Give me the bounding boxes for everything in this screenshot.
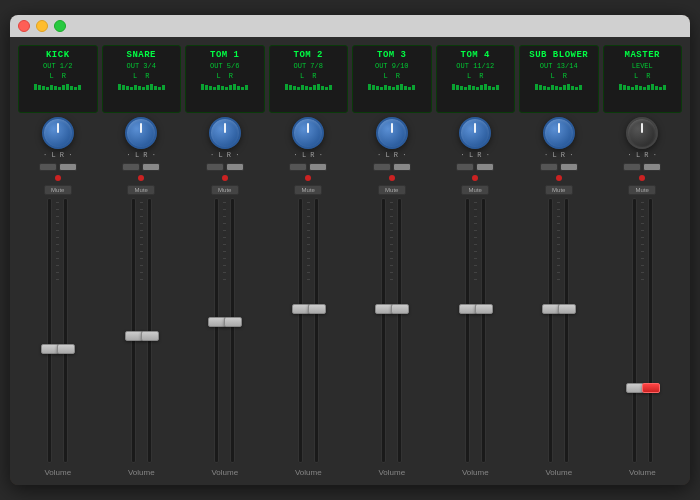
tom3-lr: LR (384, 72, 400, 80)
tom4-fader-left[interactable] (465, 198, 470, 463)
snare-knob-section: · L R · (125, 117, 157, 159)
sub-volume-label: Volume (545, 468, 572, 477)
tom3-pan-knob[interactable] (376, 117, 408, 149)
master-out: LEVEL (632, 62, 653, 70)
sub-led (556, 175, 562, 181)
tom1-pan-label: · L R · (210, 151, 239, 159)
snare-led (138, 175, 144, 181)
kick-knob-section: · L R · (42, 117, 74, 159)
sub-dual-fader (519, 198, 599, 463)
sub-fader-right[interactable] (564, 198, 569, 463)
master-fader-section: MuteVolume (603, 163, 683, 477)
master-pan-btn-l[interactable] (623, 163, 641, 171)
sub-pan-btn-l[interactable] (540, 163, 558, 171)
snare-fader-left[interactable] (131, 198, 136, 463)
snare-mute-button[interactable]: Mute (127, 185, 155, 195)
tom4-pan-row (456, 163, 494, 171)
tom2-pan-btn-r[interactable] (309, 163, 327, 171)
tom2-mute-button[interactable]: Mute (294, 185, 322, 195)
tom2-out: OUT 7/8 (294, 62, 323, 70)
sub-pan-row (540, 163, 578, 171)
tom4-pan-label: · L R · (461, 151, 490, 159)
tom2-pan-knob[interactable] (292, 117, 324, 149)
snare-pan-btn-r[interactable] (142, 163, 160, 171)
tom4-dual-fader (436, 198, 516, 463)
snare-pan-btn-l[interactable] (122, 163, 140, 171)
close-button[interactable] (18, 20, 30, 32)
sub-fader-section: MuteVolume (519, 163, 599, 477)
tom1-fader-left[interactable] (214, 198, 219, 463)
tom3-pan-btn-l[interactable] (373, 163, 391, 171)
snare-pan-knob[interactable] (125, 117, 157, 149)
kick-pan-btn-r[interactable] (59, 163, 77, 171)
tom4-fader-right-handle[interactable] (475, 304, 493, 314)
kick-fader-right[interactable] (63, 198, 68, 463)
tom3-fader-right-handle[interactable] (391, 304, 409, 314)
sub-pan-label: · L R · (544, 151, 573, 159)
tom4-mute-button[interactable]: Mute (461, 185, 489, 195)
snare-fader-right[interactable] (147, 198, 152, 463)
kick-volume-label: Volume (44, 468, 71, 477)
tom1-meter (201, 82, 248, 90)
sub-fader-left[interactable] (548, 198, 553, 463)
tom1-pan-btn-l[interactable] (206, 163, 224, 171)
channel-snare: SNAREOUT 3/4LR· L R ·MuteVolume (102, 45, 182, 477)
master-fader-right-handle[interactable] (642, 383, 660, 393)
master-fader-right[interactable] (648, 198, 653, 463)
tom2-knob-section: · L R · (292, 117, 324, 159)
titlebar (10, 15, 690, 37)
tom1-fader-right[interactable] (230, 198, 235, 463)
master-volume-label: Volume (629, 468, 656, 477)
tom4-pan-btn-l[interactable] (456, 163, 474, 171)
master-lr: LR (634, 72, 650, 80)
maximize-button[interactable] (54, 20, 66, 32)
snare-volume-label: Volume (128, 468, 155, 477)
sub-fader-right-handle[interactable] (558, 304, 576, 314)
kick-fader-right-handle[interactable] (57, 344, 75, 354)
snare-out: OUT 3/4 (127, 62, 156, 70)
snare-fader-right-handle[interactable] (141, 331, 159, 341)
tom3-fader-right[interactable] (397, 198, 402, 463)
snare-meter (118, 82, 165, 90)
tom1-led (222, 175, 228, 181)
channel-tom3: TOM 3OUT 9/10LR· L R ·MuteVolume (352, 45, 432, 477)
master-mute-button[interactable]: Mute (628, 185, 656, 195)
kick-fader-left[interactable] (47, 198, 52, 463)
tom3-display: TOM 3OUT 9/10LR (352, 45, 432, 113)
channel-master: MASTERLEVELLR· L R ·MuteVolume (603, 45, 683, 477)
tom1-fader-right-handle[interactable] (224, 317, 242, 327)
master-pan-knob[interactable] (626, 117, 658, 149)
sub-pan-btn-r[interactable] (560, 163, 578, 171)
tom1-pan-btn-r[interactable] (226, 163, 244, 171)
tom3-volume-label: Volume (378, 468, 405, 477)
tom3-fader-left[interactable] (381, 198, 386, 463)
tom3-led (389, 175, 395, 181)
sub-knob-section: · L R · (543, 117, 575, 159)
tom2-pan-btn-l[interactable] (289, 163, 307, 171)
tom4-fader-right[interactable] (481, 198, 486, 463)
tom1-knob-section: · L R · (209, 117, 241, 159)
kick-mute-button[interactable]: Mute (44, 185, 72, 195)
tom2-fader-left[interactable] (298, 198, 303, 463)
kick-pan-btn-l[interactable] (39, 163, 57, 171)
tom4-name: TOM 4 (460, 50, 490, 61)
tom3-mute-button[interactable]: Mute (378, 185, 406, 195)
tom2-ticks (307, 198, 310, 463)
tom1-mute-button[interactable]: Mute (211, 185, 239, 195)
tom2-fader-right[interactable] (314, 198, 319, 463)
kick-pan-knob[interactable] (42, 117, 74, 149)
tom4-volume-label: Volume (462, 468, 489, 477)
tom4-pan-knob[interactable] (459, 117, 491, 149)
master-fader-left[interactable] (632, 198, 637, 463)
tom2-meter (285, 82, 332, 90)
tom4-pan-btn-r[interactable] (476, 163, 494, 171)
sub-mute-button[interactable]: Mute (545, 185, 573, 195)
kick-dual-fader (18, 198, 98, 463)
tom1-pan-knob[interactable] (209, 117, 241, 149)
master-pan-btn-r[interactable] (643, 163, 661, 171)
minimize-button[interactable] (36, 20, 48, 32)
sub-pan-knob[interactable] (543, 117, 575, 149)
tom2-fader-right-handle[interactable] (308, 304, 326, 314)
sub-meter (535, 82, 582, 90)
tom3-pan-btn-r[interactable] (393, 163, 411, 171)
